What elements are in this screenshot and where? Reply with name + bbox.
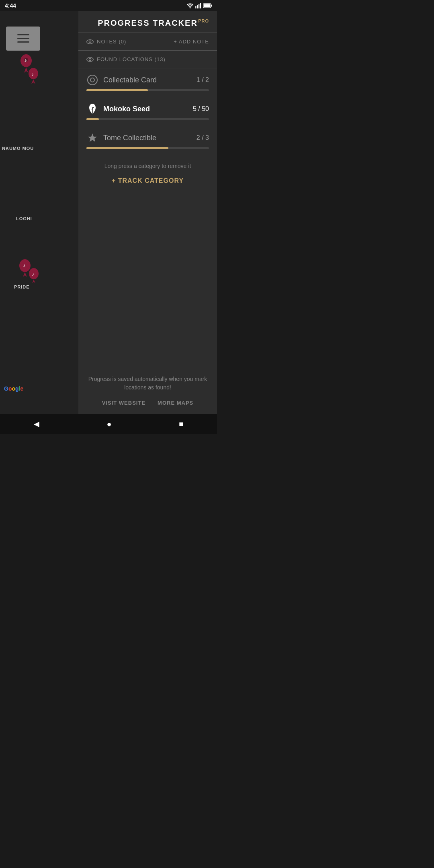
category-header-tome: Tome Collectible 2 / 3 [86, 132, 209, 144]
category-name-collectable-card: Collectable Card [103, 76, 157, 84]
track-category-label[interactable]: + TRACK CATEGORY [112, 177, 184, 184]
category-header-mokoko: Mokoko Seed 5 / 50 [86, 103, 209, 115]
status-time: 4:44 [5, 2, 16, 9]
notes-label: NOTES (0) [97, 39, 126, 45]
hamburger-icon [17, 34, 29, 43]
menu-button[interactable] [6, 27, 40, 51]
progress-fill-mokoko-seed [86, 118, 99, 120]
location-loghi-text: LOGHI [16, 216, 32, 221]
track-category-button[interactable]: + TRACK CATEGORY [78, 173, 217, 192]
category-item-collectable-card[interactable]: Collectable Card 1 / 2 [78, 68, 217, 97]
found-locations-label: FOUND LOCATIONS (13) [97, 56, 166, 62]
notes-left: NOTES (0) [86, 39, 126, 45]
category-item-tome-collectible[interactable]: Tome Collectible 2 / 3 [78, 126, 217, 155]
svg-text:♪: ♪ [23, 262, 26, 268]
signal-icon [195, 3, 202, 8]
bottom-info: Progress is saved automatically when you… [78, 192, 217, 414]
svg-point-25 [90, 78, 94, 82]
svg-text:♪: ♪ [32, 271, 34, 277]
bottom-buttons: VISIT WEBSITE MORE MAPS [102, 400, 194, 406]
recents-button[interactable]: ■ [179, 420, 183, 428]
category-count-collectable-card: 1 / 2 [197, 76, 209, 84]
svg-rect-9 [17, 38, 29, 39]
home-button[interactable]: ● [107, 420, 112, 429]
back-button[interactable]: ◀ [34, 420, 39, 428]
nav-bar: ◀ ● ■ [0, 414, 217, 434]
progress-bar-mokoko-seed [86, 118, 209, 120]
svg-rect-1 [195, 6, 196, 8]
svg-text:♪: ♪ [24, 57, 27, 63]
category-name-mokoko-seed: Mokoko Seed [103, 105, 150, 113]
progress-fill-collectable-card [86, 89, 148, 91]
home-icon: ● [107, 420, 112, 429]
category-left-tome: Tome Collectible [86, 132, 156, 144]
progress-fill-tome-collectible [86, 147, 168, 149]
map-pins-top: ♪ ♪ [18, 53, 38, 87]
disc-icon [87, 75, 98, 85]
location-ankumo-text: NKUMO MOU [2, 146, 34, 151]
svg-point-24 [88, 75, 97, 85]
recents-icon: ■ [179, 420, 183, 428]
category-name-tome-collectible: Tome Collectible [103, 134, 156, 142]
add-note-button[interactable]: + ADD NOTE [174, 39, 209, 45]
leaf-icon [87, 103, 98, 115]
status-bar: 4:44 [0, 0, 217, 11]
side-panel: PROGRESS TRACKER PRO NOTES (0) + ADD NOT… [78, 11, 217, 414]
svg-point-0 [190, 7, 191, 8]
svg-point-20 [87, 39, 94, 44]
svg-rect-2 [197, 5, 198, 8]
svg-rect-3 [199, 4, 199, 8]
svg-rect-10 [17, 41, 29, 43]
progress-bar-collectable-card [86, 89, 209, 91]
category-header: Collectable Card 1 / 2 [86, 74, 209, 86]
google-logo: Google [4, 385, 23, 392]
category-count-mokoko-seed: 5 / 50 [193, 105, 209, 113]
category-left-mokoko: Mokoko Seed [86, 103, 150, 115]
map-panel: ♪ ♪ NKUMO MOU LOGHI ♪ ♪ PRIDE Google [0, 11, 78, 414]
panel-title: PROGRESS TRACKER [98, 18, 198, 27]
svg-rect-7 [204, 4, 210, 7]
star-icon [87, 133, 98, 143]
status-icons [186, 3, 212, 8]
location-pride-text: PRIDE [14, 285, 30, 289]
collectable-card-icon [86, 74, 98, 86]
tome-collectible-icon [86, 132, 98, 144]
more-maps-button[interactable]: MORE MAPS [158, 400, 193, 406]
category-count-tome-collectible: 2 / 3 [197, 134, 209, 141]
wifi-icon [186, 3, 194, 8]
pro-badge: PRO [198, 18, 209, 23]
eye-icon-notes [86, 39, 94, 44]
category-left: Collectable Card [86, 74, 157, 86]
notes-row: NOTES (0) + ADD NOTE [78, 33, 217, 51]
svg-point-23 [89, 58, 91, 60]
eye-icon-found [86, 57, 94, 62]
svg-rect-8 [17, 34, 29, 35]
found-locations-row: FOUND LOCATIONS (13) [78, 51, 217, 68]
battery-icon [203, 3, 212, 8]
panel-header: PROGRESS TRACKER PRO [78, 11, 217, 33]
svg-point-21 [89, 41, 91, 43]
progress-bar-tome-collectible [86, 147, 209, 149]
svg-rect-6 [211, 4, 212, 6]
auto-save-text: Progress is saved automatically when you… [86, 375, 209, 392]
svg-text:♪: ♪ [31, 72, 34, 77]
svg-marker-29 [88, 133, 97, 142]
category-item-mokoko-seed[interactable]: Mokoko Seed 5 / 50 [78, 97, 217, 126]
visit-website-button[interactable]: VISIT WEBSITE [102, 400, 145, 406]
svg-point-22 [87, 57, 94, 61]
back-icon: ◀ [34, 420, 39, 428]
mokoko-seed-icon [86, 103, 98, 115]
svg-rect-4 [200, 3, 201, 8]
hint-text: Long press a category to remove it [78, 155, 217, 173]
